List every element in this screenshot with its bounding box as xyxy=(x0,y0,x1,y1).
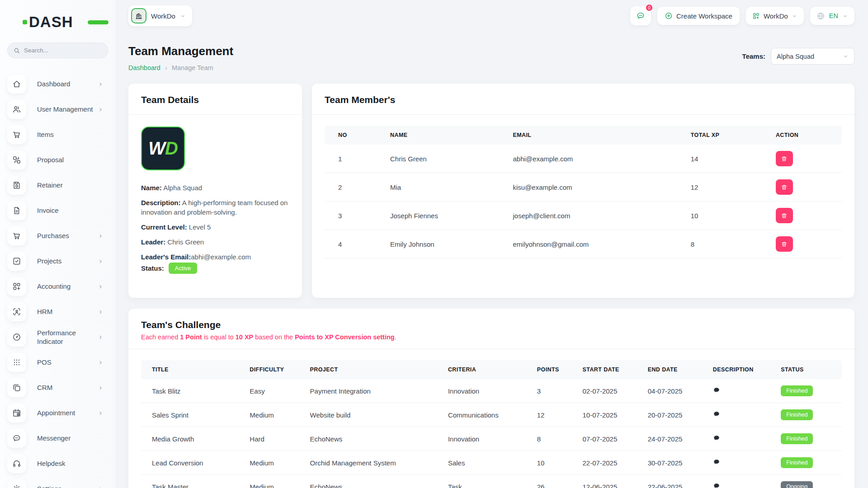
sidebar-item-label: Helpdesk xyxy=(37,459,66,468)
sidebar-item-hrm[interactable]: HRM xyxy=(0,302,115,321)
sidebar-item-label: Invoice xyxy=(37,206,59,215)
comment-icon[interactable] xyxy=(713,435,720,442)
sidebar-item-performance-indicator[interactable]: Performance Indicator xyxy=(0,328,115,347)
delete-member-button[interactable] xyxy=(776,236,793,252)
challenge-status-badge: Finished xyxy=(781,457,813,468)
gauge-icon xyxy=(7,328,26,347)
messages-button[interactable]: 0 xyxy=(630,6,651,25)
chevron-right-icon xyxy=(98,334,104,340)
comment-icon[interactable] xyxy=(713,387,720,394)
member-name: Emily Johnson xyxy=(383,230,505,258)
sidebar-item-accounting[interactable]: Accounting xyxy=(0,277,115,296)
team-challenge-title: Team's Challenge xyxy=(141,319,842,330)
challenge-status-badge: Finished xyxy=(781,385,813,396)
sidebar-item-purchases[interactable]: Purchases xyxy=(0,226,115,245)
sidebar-item-user-management[interactable]: User Management xyxy=(0,100,115,119)
app-logo[interactable]: DASH xyxy=(29,14,97,31)
sidebar: DASH DashboardUser ManagementItemsPropos… xyxy=(0,0,115,488)
sidebar-menu: DashboardUser ManagementItemsProposalRet… xyxy=(0,75,115,488)
comment-icon[interactable] xyxy=(713,459,720,466)
sidebar-item-label: Accounting xyxy=(37,282,71,291)
challenge-title: Sales Sprint xyxy=(141,403,243,427)
chevron-right-icon xyxy=(98,410,104,416)
member-no: 2 xyxy=(325,173,383,202)
main-area: WorkDo 0 Create Workspace WorkDo EN xyxy=(115,0,868,488)
sidebar-item-appointment[interactable]: Appointment xyxy=(0,404,115,422)
sidebar-item-messenger[interactable]: Messenger xyxy=(0,429,115,448)
sidebar-item-crm[interactable]: CRM xyxy=(0,378,115,397)
sidebar-item-label: POS xyxy=(37,358,52,367)
member-total-xp: 10 xyxy=(684,202,769,230)
challenge-row: Task MasterMediumEchoNewsTask2612-06-202… xyxy=(141,475,842,488)
member-row: 3Joseph Fiennesjoseph@client.com10 xyxy=(325,202,842,230)
sidebar-item-settings[interactable]: Settings xyxy=(0,479,115,488)
chevron-right-icon xyxy=(98,107,104,113)
challenge-column-header: TITLE xyxy=(141,360,243,379)
members-column-header: EMAIL xyxy=(505,126,683,145)
chevron-down-icon xyxy=(843,53,849,59)
grid-plus-icon xyxy=(752,12,760,20)
teams-select[interactable]: Alpha Squad xyxy=(771,48,854,65)
challenge-description-cell xyxy=(707,403,774,427)
challenge-end-date: 04-07-2025 xyxy=(642,379,707,403)
comment-icon[interactable] xyxy=(713,483,720,488)
sidebar-item-invoice[interactable]: Invoice xyxy=(0,201,115,220)
teams-filter: Teams: Alpha Squad xyxy=(742,48,854,65)
challenge-column-header: PROJECT xyxy=(304,360,442,379)
language-code: EN xyxy=(829,12,838,19)
team-challenge-table: TITLEDIFFICULTYPROJECTCRITERIAPOINTSSTAR… xyxy=(141,360,842,488)
logo-text: DASH xyxy=(29,14,73,30)
sidebar-item-proposal[interactable]: Proposal xyxy=(0,150,115,169)
copy-icon xyxy=(7,378,26,397)
calendar-icon xyxy=(7,404,26,422)
sidebar-item-dashboard[interactable]: Dashboard xyxy=(0,75,115,94)
member-action-cell xyxy=(769,173,842,202)
dots-grid-icon xyxy=(7,353,26,372)
challenge-end-date: 20-07-2025 xyxy=(642,403,707,427)
challenge-column-header: END DATE xyxy=(642,360,707,379)
team-status-line: Status: Active xyxy=(141,263,289,274)
language-selector[interactable]: EN xyxy=(810,7,854,25)
sidebar-item-label: Performance Indicator xyxy=(37,328,97,346)
challenge-difficulty: Medium xyxy=(243,403,303,427)
sidebar-item-pos[interactable]: POS xyxy=(0,353,115,372)
create-workspace-button[interactable]: Create Workspace xyxy=(657,7,740,25)
delete-member-button[interactable] xyxy=(776,179,793,195)
challenge-start-date: 22-07-2025 xyxy=(576,451,642,475)
detail-field: Leader's Email:abhi@example.com xyxy=(141,252,289,262)
search-input[interactable] xyxy=(24,47,102,54)
challenge-row: Task BlitzEasyPayment IntegrationInnovat… xyxy=(141,379,842,403)
chevron-right-icon xyxy=(98,309,104,315)
sidebar-item-items[interactable]: Items xyxy=(0,125,115,144)
delete-member-button[interactable] xyxy=(776,151,793,166)
member-no: 3 xyxy=(325,202,383,230)
workspace-switcher[interactable]: WorkDo xyxy=(128,5,192,26)
sidebar-item-retainer[interactable]: Retainer xyxy=(0,176,115,195)
sidebar-search[interactable] xyxy=(7,42,108,58)
breadcrumb-dashboard-link[interactable]: Dashboard xyxy=(128,64,160,71)
challenge-description-cell xyxy=(707,379,774,403)
chevron-down-icon xyxy=(842,13,848,19)
member-row: 1Chris Greenabhi@example.com14 xyxy=(325,145,842,173)
challenge-status-badge: Finished xyxy=(781,409,813,420)
member-row: 4Emily Johnsonemilyohnson@gmail.com8 xyxy=(325,230,842,258)
topbar: WorkDo 0 Create Workspace WorkDo EN xyxy=(128,5,854,26)
challenge-points: 26 xyxy=(531,475,576,488)
member-action-cell xyxy=(769,202,842,230)
chevron-down-icon xyxy=(180,13,186,19)
chevron-right-icon xyxy=(98,258,104,264)
sidebar-item-projects[interactable]: Projects xyxy=(0,252,115,271)
sidebar-item-helpdesk[interactable]: Helpdesk xyxy=(0,454,115,473)
challenge-status-badge: Ongoing xyxy=(781,481,813,488)
delete-member-button[interactable] xyxy=(776,208,793,223)
sidebar-item-label: Items xyxy=(37,130,54,139)
comment-icon[interactable] xyxy=(713,411,720,418)
page-title: Team Management xyxy=(128,44,233,58)
trash-icon xyxy=(781,155,788,162)
member-name: Chris Green xyxy=(383,145,505,173)
challenge-points: 12 xyxy=(531,403,576,427)
workspace-menu-button[interactable]: WorkDo xyxy=(746,7,804,25)
trash-icon xyxy=(781,212,788,219)
challenge-start-date: 10-07-2025 xyxy=(576,403,642,427)
members-column-header: NO xyxy=(325,126,383,145)
